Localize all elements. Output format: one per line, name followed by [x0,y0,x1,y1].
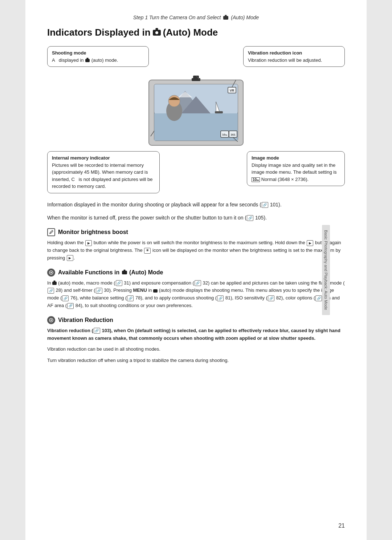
vibration-bold-text: Vibration reduction (🔗 103), when On (de… [47,328,340,341]
ref-31: 🔗 [116,280,122,286]
section-heading-brightness: Monitor brightness boost [47,228,345,236]
svg-rect-8 [215,111,223,113]
ref-84: 🔗 [67,303,74,309]
svg-text:VR: VR [230,89,234,92]
section-body-vibration-bold: Vibration reduction (🔗 103), when On (de… [47,327,345,342]
section-body-brightness: Holding down the ▶ button while the powe… [47,239,345,262]
ref-78: 🔗 [127,295,134,301]
section-body-functions: In (auto) mode, macro mode (🔗 31) and ex… [47,279,345,310]
section-body-vibration-2: Turn vibration reduction off when using … [47,357,345,364]
ref-82: 🔗 [268,295,274,301]
header-text2: (Auto) Mode [231,15,259,20]
svg-point-10 [168,95,180,107]
camera-illustration: VR 10ₘ 161 [47,69,345,149]
section-heading-functions: Available Functions in (Auto) Mode [47,269,345,277]
camera-icon-header [223,16,228,20]
section-heading-vibration: Vibration Reduction [47,316,345,324]
ref-28: 🔗 [48,288,54,294]
svg-point-26 [50,319,52,321]
page-title: Indicators Displayed in (Auto) Mode [47,27,345,38]
camera-icon-callout [85,59,90,62]
section-title-vibration: Vibration Reduction [58,317,113,323]
body-para-2: When the monitor is turned off, press th… [47,214,345,222]
pencil-icon [47,228,55,236]
callout-shooting-mode: Shooting mode A displayed in (auto) mode… [47,46,149,67]
ref-icon-2: 🔗 [247,215,253,221]
callout-image-body: Display image size and quality set in th… [252,162,340,183]
brightness-icon: ☀ [144,248,151,254]
svg-text:161: 161 [230,133,236,136]
top-callouts: Shooting mode A displayed in (auto) mode… [47,46,345,67]
callout-shooting-title: Shooting mode [52,49,144,57]
callout-vibration-title: Vibration reduction icon [248,49,340,57]
play-btn-icon-2: ▶ [307,240,313,246]
play-btn-icon: ▶ [85,240,92,246]
body-para-1: Information displayed in the monitor dur… [47,201,345,209]
callout-memory-title: Internal memory indicator [52,154,155,162]
camera-icon-title [153,30,161,36]
page-header: Step 1 Turn the Camera On and Select (Au… [47,15,345,20]
callout-image-title: Image mode [252,154,340,162]
section-title-functions: Available Functions in (Auto) Mode [58,269,163,276]
callout-internal-memory: Internal memory indicator Pictures will … [47,151,160,193]
callout-memory-body: Pictures will be recorded to internal me… [52,162,155,190]
ref-81: 🔗 [217,295,224,301]
callout-vibration-body: Vibration reduction will be adjusted. [248,57,340,64]
camera-svg: VR 10ₘ 161 [138,69,254,149]
bottom-callouts: Internal memory indicator Pictures will … [47,151,345,193]
svg-text:10ₘ: 10ₘ [222,133,227,136]
callout-vibration-icon: Vibration reduction icon Vibration reduc… [243,46,345,67]
ref-30: 🔗 [96,288,102,294]
section-title-brightness: Monitor brightness boost [58,229,128,235]
play-btn-icon-3: ▶ [67,255,73,261]
section-body-vibration-1: Vibration reduction can be used in all s… [47,346,345,353]
svg-point-24 [50,272,52,273]
menu-text: MENU [133,287,147,293]
callout-shooting-body: A displayed in (auto) mode. [52,57,144,64]
ref-103: 🔗 [94,328,100,334]
ref-icon-1: 🔗 [262,202,268,208]
page-number: 21 [338,523,345,529]
camera-icon-functions [122,271,127,274]
ref-32: 🔗 [195,280,201,286]
callout-image-mode: Image mode Display image size and qualit… [247,151,345,186]
ref-83: 🔗 [315,295,322,301]
vibration-icon [47,316,55,324]
diagram-section: Shooting mode A displayed in (auto) mode… [47,46,345,193]
ref-76: 🔗 [62,295,69,301]
header-text: Step 1 Turn the Camera On and Select [133,15,221,20]
sidebar-label: Basic Photography and Playback: Auto Mod… [322,225,330,315]
functions-icon [47,269,55,277]
